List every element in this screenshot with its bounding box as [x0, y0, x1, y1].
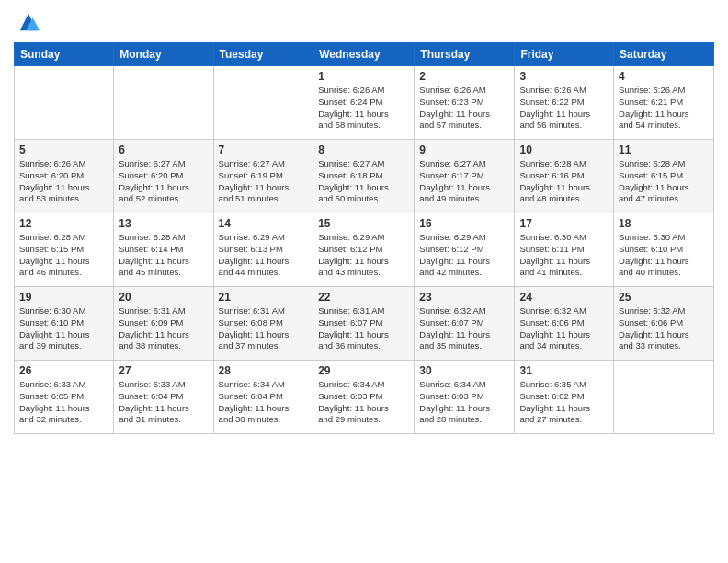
calendar-cell: 16Sunrise: 6:29 AM Sunset: 6:12 PM Dayli…	[415, 213, 515, 287]
calendar-cell: 23Sunrise: 6:32 AM Sunset: 6:07 PM Dayli…	[415, 287, 515, 361]
day-info: Sunrise: 6:28 AM Sunset: 6:14 PM Dayligh…	[119, 232, 208, 279]
calendar-cell: 31Sunrise: 6:35 AM Sunset: 6:02 PM Dayli…	[515, 361, 614, 434]
calendar-week-row: 5Sunrise: 6:26 AM Sunset: 6:20 PM Daylig…	[15, 140, 714, 213]
calendar-cell: 17Sunrise: 6:30 AM Sunset: 6:11 PM Dayli…	[515, 213, 614, 287]
day-info: Sunrise: 6:31 AM Sunset: 6:07 PM Dayligh…	[318, 305, 409, 352]
day-number: 9	[419, 144, 509, 156]
calendar-header-friday: Friday	[515, 43, 614, 66]
calendar-cell: 26Sunrise: 6:33 AM Sunset: 6:05 PM Dayli…	[15, 361, 114, 434]
calendar-header-tuesday: Tuesday	[213, 43, 313, 66]
day-number: 6	[119, 144, 208, 156]
day-info: Sunrise: 6:32 AM Sunset: 6:06 PM Dayligh…	[519, 305, 609, 352]
day-info: Sunrise: 6:27 AM Sunset: 6:18 PM Dayligh…	[318, 158, 409, 205]
day-info: Sunrise: 6:31 AM Sunset: 6:09 PM Dayligh…	[119, 305, 208, 352]
day-number: 16	[419, 217, 509, 230]
day-number: 4	[619, 70, 709, 83]
day-number: 10	[519, 144, 609, 156]
day-number: 22	[318, 291, 409, 304]
calendar-week-row: 26Sunrise: 6:33 AM Sunset: 6:05 PM Dayli…	[15, 361, 714, 434]
calendar-cell: 27Sunrise: 6:33 AM Sunset: 6:04 PM Dayli…	[114, 361, 213, 434]
day-info: Sunrise: 6:27 AM Sunset: 6:20 PM Dayligh…	[119, 158, 208, 205]
day-number: 18	[619, 217, 709, 230]
calendar-cell: 13Sunrise: 6:28 AM Sunset: 6:14 PM Dayli…	[114, 213, 213, 287]
calendar-cell: 21Sunrise: 6:31 AM Sunset: 6:08 PM Dayli…	[213, 287, 313, 361]
day-number: 5	[19, 144, 108, 156]
calendar-cell	[15, 66, 114, 140]
day-number: 8	[318, 144, 409, 156]
day-number: 26	[19, 364, 108, 377]
calendar-cell: 11Sunrise: 6:28 AM Sunset: 6:15 PM Dayli…	[614, 140, 714, 213]
logo	[14, 9, 41, 35]
calendar-week-row: 19Sunrise: 6:30 AM Sunset: 6:10 PM Dayli…	[15, 287, 714, 361]
day-info: Sunrise: 6:35 AM Sunset: 6:02 PM Dayligh…	[519, 379, 609, 426]
calendar-cell: 2Sunrise: 6:26 AM Sunset: 6:23 PM Daylig…	[415, 66, 515, 140]
calendar-cell: 10Sunrise: 6:28 AM Sunset: 6:16 PM Dayli…	[515, 140, 614, 213]
day-info: Sunrise: 6:33 AM Sunset: 6:04 PM Dayligh…	[119, 379, 208, 426]
calendar-cell	[213, 66, 313, 140]
header	[14, 9, 714, 35]
day-number: 29	[318, 364, 409, 377]
calendar-cell: 8Sunrise: 6:27 AM Sunset: 6:18 PM Daylig…	[313, 140, 415, 213]
day-number: 21	[219, 291, 309, 304]
day-info: Sunrise: 6:28 AM Sunset: 6:15 PM Dayligh…	[19, 232, 108, 279]
calendar-cell	[114, 66, 213, 140]
day-info: Sunrise: 6:26 AM Sunset: 6:20 PM Dayligh…	[19, 158, 108, 205]
day-number: 27	[119, 364, 208, 377]
calendar-cell: 22Sunrise: 6:31 AM Sunset: 6:07 PM Dayli…	[313, 287, 415, 361]
calendar-cell: 14Sunrise: 6:29 AM Sunset: 6:13 PM Dayli…	[213, 213, 313, 287]
calendar-cell: 9Sunrise: 6:27 AM Sunset: 6:17 PM Daylig…	[415, 140, 515, 213]
day-number: 24	[519, 291, 609, 304]
calendar-header-thursday: Thursday	[415, 43, 515, 66]
day-number: 15	[318, 217, 409, 230]
calendar-cell: 29Sunrise: 6:34 AM Sunset: 6:03 PM Dayli…	[313, 361, 415, 434]
calendar-cell: 6Sunrise: 6:27 AM Sunset: 6:20 PM Daylig…	[114, 140, 213, 213]
day-info: Sunrise: 6:32 AM Sunset: 6:06 PM Dayligh…	[619, 305, 709, 352]
page: SundayMondayTuesdayWednesdayThursdayFrid…	[0, 0, 728, 563]
day-info: Sunrise: 6:28 AM Sunset: 6:15 PM Dayligh…	[619, 158, 709, 205]
day-info: Sunrise: 6:34 AM Sunset: 6:04 PM Dayligh…	[219, 379, 309, 426]
day-number: 17	[519, 217, 609, 230]
day-info: Sunrise: 6:26 AM Sunset: 6:23 PM Dayligh…	[419, 85, 509, 132]
day-info: Sunrise: 6:30 AM Sunset: 6:10 PM Dayligh…	[19, 305, 108, 352]
calendar-cell: 5Sunrise: 6:26 AM Sunset: 6:20 PM Daylig…	[15, 140, 114, 213]
day-info: Sunrise: 6:30 AM Sunset: 6:10 PM Dayligh…	[619, 232, 709, 279]
calendar-header-sunday: Sunday	[15, 43, 114, 66]
calendar-week-row: 1Sunrise: 6:26 AM Sunset: 6:24 PM Daylig…	[15, 66, 714, 140]
day-number: 30	[419, 364, 509, 377]
calendar-cell: 3Sunrise: 6:26 AM Sunset: 6:22 PM Daylig…	[515, 66, 614, 140]
calendar-cell: 12Sunrise: 6:28 AM Sunset: 6:15 PM Dayli…	[15, 213, 114, 287]
day-number: 19	[19, 291, 108, 304]
day-number: 1	[318, 70, 409, 83]
day-info: Sunrise: 6:32 AM Sunset: 6:07 PM Dayligh…	[419, 305, 509, 352]
calendar-header-monday: Monday	[114, 43, 213, 66]
day-info: Sunrise: 6:26 AM Sunset: 6:21 PM Dayligh…	[619, 85, 709, 132]
day-info: Sunrise: 6:26 AM Sunset: 6:24 PM Dayligh…	[318, 85, 409, 132]
day-number: 7	[219, 144, 309, 156]
calendar-week-row: 12Sunrise: 6:28 AM Sunset: 6:15 PM Dayli…	[15, 213, 714, 287]
day-info: Sunrise: 6:27 AM Sunset: 6:17 PM Dayligh…	[419, 158, 509, 205]
day-info: Sunrise: 6:28 AM Sunset: 6:16 PM Dayligh…	[519, 158, 609, 205]
day-info: Sunrise: 6:31 AM Sunset: 6:08 PM Dayligh…	[219, 305, 309, 352]
day-info: Sunrise: 6:26 AM Sunset: 6:22 PM Dayligh…	[519, 85, 609, 132]
day-info: Sunrise: 6:34 AM Sunset: 6:03 PM Dayligh…	[318, 379, 409, 426]
logo-icon	[16, 9, 41, 35]
day-info: Sunrise: 6:29 AM Sunset: 6:12 PM Dayligh…	[419, 232, 509, 279]
calendar-cell: 15Sunrise: 6:29 AM Sunset: 6:12 PM Dayli…	[313, 213, 415, 287]
calendar-cell: 24Sunrise: 6:32 AM Sunset: 6:06 PM Dayli…	[515, 287, 614, 361]
calendar-table: SundayMondayTuesdayWednesdayThursdayFrid…	[14, 42, 714, 434]
day-info: Sunrise: 6:30 AM Sunset: 6:11 PM Dayligh…	[519, 232, 609, 279]
day-number: 11	[619, 144, 709, 156]
calendar-cell: 25Sunrise: 6:32 AM Sunset: 6:06 PM Dayli…	[614, 287, 714, 361]
calendar-cell: 28Sunrise: 6:34 AM Sunset: 6:04 PM Dayli…	[213, 361, 313, 434]
day-number: 31	[519, 364, 609, 377]
calendar-header-wednesday: Wednesday	[313, 43, 415, 66]
calendar-cell: 1Sunrise: 6:26 AM Sunset: 6:24 PM Daylig…	[313, 66, 415, 140]
calendar-cell: 30Sunrise: 6:34 AM Sunset: 6:03 PM Dayli…	[415, 361, 515, 434]
day-number: 12	[19, 217, 108, 230]
day-info: Sunrise: 6:34 AM Sunset: 6:03 PM Dayligh…	[419, 379, 509, 426]
calendar-header-saturday: Saturday	[614, 43, 714, 66]
day-number: 13	[119, 217, 208, 230]
day-info: Sunrise: 6:33 AM Sunset: 6:05 PM Dayligh…	[19, 379, 108, 426]
calendar-cell: 18Sunrise: 6:30 AM Sunset: 6:10 PM Dayli…	[614, 213, 714, 287]
day-number: 14	[219, 217, 309, 230]
